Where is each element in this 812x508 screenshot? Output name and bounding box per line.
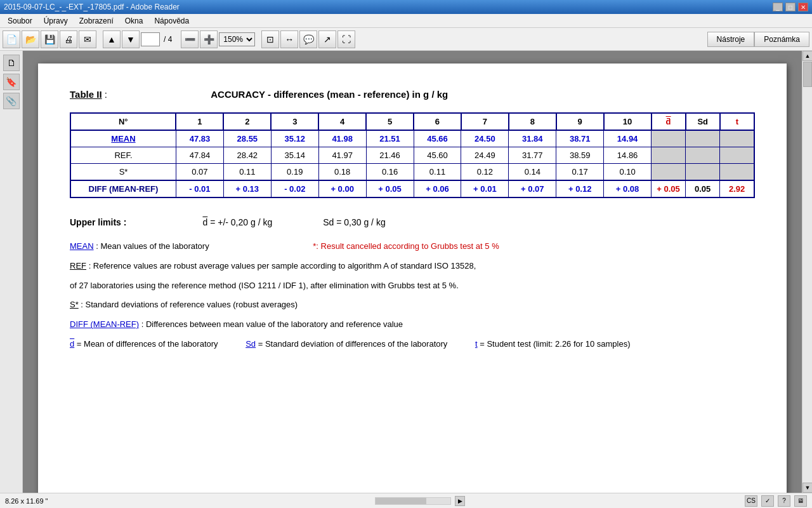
comment-button[interactable]: 💬: [299, 30, 317, 48]
s-t: [720, 164, 754, 181]
dbar-link[interactable]: d: [70, 339, 74, 349]
mean-t: [720, 130, 754, 147]
prev-page-button[interactable]: ▲: [103, 30, 121, 48]
check-icon: ✓: [761, 495, 774, 507]
page-input[interactable]: 3: [141, 32, 160, 46]
monitor-icon: 🖥: [794, 495, 807, 507]
email-button[interactable]: ✉: [79, 30, 96, 48]
bookmark-icon[interactable]: 🔖: [3, 74, 20, 90]
col-header-3: 3: [271, 113, 318, 130]
diff-val-2: + 0.13: [223, 180, 271, 197]
window-controls: _ □ ✕: [773, 3, 808, 11]
scroll-thumb-h[interactable]: [376, 498, 426, 504]
note-s-line: S* : Standard deviations of reference va…: [70, 298, 755, 312]
table-row-diff: DIFF (MEAN-REF) - 0.01 + 0.13 - 0.02 + 0…: [70, 180, 754, 197]
s-val-5: 0.16: [366, 164, 414, 181]
page-thumb-icon[interactable]: 🗋: [3, 55, 20, 71]
s-val-2: 0.11: [223, 164, 271, 181]
ref-note-text: : Reference values are robust average va…: [89, 261, 476, 271]
ref-val-9: 38.59: [556, 147, 604, 164]
menu-zobrazeni[interactable]: Zobrazení: [74, 15, 119, 27]
col-header-t: t: [720, 113, 754, 130]
toolbar: 📄 📂 💾 🖨 ✉ ▲ ▼ 3 / 4 ➖ ➕ 150% 100% 75% ⊡ …: [0, 28, 812, 51]
fullscreen-button[interactable]: ⛶: [337, 30, 355, 48]
s-val-1: 0.07: [176, 164, 223, 181]
new-button[interactable]: 📄: [3, 30, 20, 48]
t-link[interactable]: t: [475, 339, 478, 349]
menu-napoveda[interactable]: Nápověda: [149, 15, 194, 27]
mean-link[interactable]: MEAN: [70, 241, 94, 251]
scroll-right-button[interactable]: ▶: [455, 496, 465, 506]
data-table: N° 1 2 3 4 5 6 7 8 9 10 d Sd: [70, 112, 755, 198]
save-button[interactable]: 💾: [41, 30, 58, 48]
mean-val-9: 38.71: [556, 130, 604, 147]
mean-val-2: 28.55: [223, 130, 271, 147]
diff-val-6: + 0.06: [414, 180, 461, 197]
mean-val-3: 35.12: [271, 130, 318, 147]
scroll-down-button[interactable]: ▼: [802, 483, 812, 493]
share-button[interactable]: ↗: [318, 30, 336, 48]
scrollbar-thumb[interactable]: [803, 62, 812, 87]
scroll-area[interactable]: Table II : ACCURACY - differences (mean …: [23, 51, 802, 493]
status-right: CS ✓ ? 🖥: [745, 495, 807, 507]
diff-dbar: + 0.05: [652, 180, 686, 197]
menu-okna[interactable]: Okna: [120, 15, 148, 27]
diff-sd: 0.05: [686, 180, 720, 197]
status-bar: 8.26 x 11.69 " ▶ CS ✓ ? 🖥: [0, 493, 812, 508]
mean-val-1: 47.83: [176, 130, 223, 147]
col-header-dbar: d: [652, 113, 686, 130]
menu-soubor[interactable]: Soubor: [3, 15, 37, 27]
s-val-9: 0.17: [556, 164, 604, 181]
main-area: 🗋 🔖 📎 Table II : ACCURACY - differences …: [0, 51, 812, 493]
maximize-button[interactable]: □: [785, 3, 796, 11]
scrollbar-track[interactable]: [802, 61, 812, 483]
diff-link[interactable]: DIFF (MEAN-REF): [70, 319, 139, 329]
menu-upravy[interactable]: Úpravy: [39, 15, 73, 27]
scroll-up-button[interactable]: ▲: [802, 51, 812, 61]
mean-dbar: [652, 130, 686, 147]
window-title: 2015-09-07-LC_-_-EXT_-17805.pdf - Adobe …: [4, 3, 180, 11]
asterisk-text: *: Result cancelled according to Grubbs …: [313, 241, 499, 251]
page-total: / 4: [164, 35, 172, 44]
fit-page-button[interactable]: ⊡: [261, 30, 279, 48]
tools-button[interactable]: Nástroje: [707, 32, 755, 47]
table-row-ref: REF. 47.84 28.42 35.14 41.97 21.46 45.60…: [70, 147, 754, 164]
attachment-icon[interactable]: 📎: [3, 93, 20, 109]
scroll-indicator[interactable]: [375, 497, 451, 505]
sd-note-group: Sd = Standard deviation of differences o…: [246, 339, 450, 349]
mean-val-6: 45.66: [414, 130, 461, 147]
col-header-10: 10: [604, 113, 652, 130]
s-note-label: S*: [70, 300, 79, 309]
table-title-line: Table II : ACCURACY - differences (mean …: [70, 89, 755, 100]
ref-val-8: 31.77: [509, 147, 556, 164]
s-val-7: 0.12: [461, 164, 509, 181]
zoom-in-button[interactable]: ➕: [200, 30, 218, 48]
notes-section: MEAN : Mean values of the laboratory *: …: [70, 240, 755, 351]
ref-dbar: [652, 147, 686, 164]
help-icon[interactable]: ?: [778, 495, 790, 507]
col-header-5: 5: [366, 113, 414, 130]
sd-link[interactable]: Sd: [246, 339, 256, 349]
zoom-out-button[interactable]: ➖: [181, 30, 199, 48]
ref-val-5: 21.46: [366, 147, 414, 164]
s-dbar: [652, 164, 686, 181]
col-header-sd: Sd: [686, 113, 720, 130]
mean-label: MEAN: [70, 130, 176, 147]
next-page-button[interactable]: ▼: [122, 30, 140, 48]
zoom-select[interactable]: 150% 100% 75%: [219, 32, 255, 46]
mean-sd: [686, 130, 720, 147]
page-size: 8.26 x 11.69 ": [5, 497, 369, 505]
grubbs-note: *: Result cancelled according to Grubbs …: [313, 241, 499, 251]
mean-val-4: 41.98: [318, 130, 366, 147]
table-description: ACCURACY - differences (mean - reference…: [211, 89, 448, 100]
notes-button[interactable]: Poznámka: [754, 32, 809, 47]
open-button[interactable]: 📂: [22, 30, 39, 48]
s-val-10: 0.10: [604, 164, 652, 181]
diff-val-9: + 0.12: [556, 180, 604, 197]
limits-label: Upper limits :: [70, 217, 126, 227]
minimize-button[interactable]: _: [773, 3, 783, 11]
print-button[interactable]: 🖨: [60, 30, 77, 48]
fit-width-button[interactable]: ↔: [280, 30, 298, 48]
note-dbar-line: d = Mean of differences of the laborator…: [70, 338, 755, 351]
close-button[interactable]: ✕: [798, 3, 808, 11]
